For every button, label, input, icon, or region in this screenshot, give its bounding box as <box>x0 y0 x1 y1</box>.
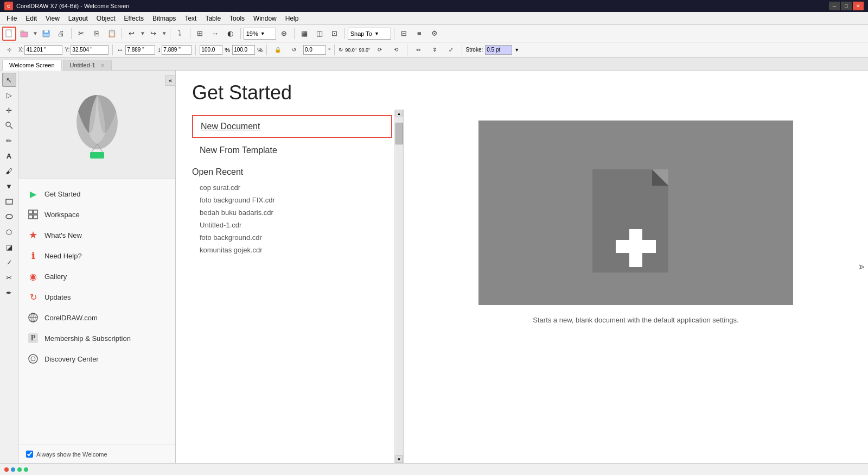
view-btn3[interactable]: ⊡ <box>328 27 342 41</box>
svg-rect-28 <box>616 240 656 253</box>
view-btn1[interactable]: ▦ <box>297 27 311 41</box>
nav-get-started[interactable]: ▶ Get Started <box>18 183 175 204</box>
menu-edit[interactable]: Edit <box>21 14 41 23</box>
menu-window[interactable]: Window <box>249 14 281 23</box>
select-tool-button[interactable]: ↖ <box>2 73 16 87</box>
new-button[interactable] <box>2 27 16 41</box>
pen-tool-button[interactable]: ✒ <box>2 286 16 300</box>
rotate-ccw-button[interactable]: ⟲ <box>389 43 403 57</box>
collapse-button[interactable]: « <box>165 75 176 86</box>
height-input[interactable] <box>162 45 192 55</box>
mirror-button[interactable]: ⤢ <box>444 43 458 57</box>
scroll-down-button[interactable]: ▼ <box>395 455 403 463</box>
fill-tool-button[interactable]: ▼ <box>2 179 16 193</box>
transform-tool-button[interactable]: ✛ <box>2 103 16 117</box>
paste-button[interactable]: 📋 <box>105 27 119 41</box>
nav-whats-new[interactable]: ★ What's New <box>18 225 175 245</box>
align-button[interactable]: ⊞ <box>193 27 207 41</box>
maximize-button[interactable]: □ <box>841 2 852 10</box>
zoom-full-button[interactable]: ⊕ <box>277 27 291 41</box>
svg-rect-5 <box>43 34 49 36</box>
stroke-input[interactable] <box>485 45 512 55</box>
menu-effects[interactable]: Effects <box>120 14 148 23</box>
options-button2[interactable]: ≡ <box>412 27 426 41</box>
nav-coreldraw-com[interactable]: CorelDRAW.com <box>18 307 175 328</box>
new-document-action[interactable]: New Document <box>192 115 392 138</box>
preview-description: Starts a new, blank document with the de… <box>533 316 738 324</box>
shaping-button[interactable]: ◐ <box>224 27 238 41</box>
svg-rect-8 <box>6 199 12 204</box>
menu-object[interactable]: Object <box>92 14 120 23</box>
nav-membership[interactable]: P Membership & Subscription <box>18 328 175 349</box>
snap-to-dropdown[interactable]: Snap To ▼ <box>348 28 391 40</box>
nav-gallery[interactable]: ◉ Gallery <box>18 266 175 287</box>
flip-h-button[interactable]: ⇔ <box>411 43 425 57</box>
y-input[interactable] <box>71 45 108 55</box>
paint-tool-button[interactable]: 🖌 <box>2 164 16 178</box>
recent-file-2[interactable]: foto background FIX.cdr <box>192 194 392 206</box>
options-button3[interactable]: ⚙ <box>427 27 442 41</box>
menu-view[interactable]: View <box>41 14 64 23</box>
always-show-checkbox[interactable] <box>26 451 33 458</box>
options-button1[interactable]: ⊟ <box>397 27 411 41</box>
nav-need-help[interactable]: ℹ Need Help? <box>18 245 175 266</box>
recent-file-1[interactable]: cop surat.cdr <box>192 181 392 194</box>
reset-button[interactable]: ↺ <box>287 43 301 57</box>
scale-w-input[interactable] <box>200 45 222 55</box>
cut-button[interactable]: ✂ <box>74 27 88 41</box>
menu-file[interactable]: File <box>2 14 21 23</box>
freehand-tool-button[interactable]: ✏ <box>2 134 16 148</box>
rectangle-tool-button[interactable] <box>2 194 16 208</box>
recent-file-6[interactable]: komunitas gojek.cdr <box>192 244 392 256</box>
recent-file-4[interactable]: Untitled-1.cdr <box>192 219 392 231</box>
text-tool-button[interactable]: A <box>2 149 16 163</box>
scroll-up-button[interactable]: ▲ <box>395 110 403 117</box>
ellipse-tool-button[interactable] <box>2 210 16 224</box>
scale-h-input[interactable] <box>232 45 255 55</box>
crop-tool-button[interactable]: ✂ <box>2 270 16 284</box>
x-input[interactable] <box>24 45 62 55</box>
nav-workspace[interactable]: Workspace <box>18 204 175 225</box>
save-button[interactable] <box>39 27 53 41</box>
flip-v-button[interactable]: ⇕ <box>427 43 442 57</box>
copy-button[interactable]: ⎘ <box>90 27 104 41</box>
menu-layout[interactable]: Layout <box>64 14 92 23</box>
minimize-button[interactable]: ─ <box>829 2 840 10</box>
sep5 <box>240 28 241 39</box>
close-button[interactable]: ✕ <box>853 2 864 10</box>
select-all-button[interactable]: ⊹ <box>2 43 16 57</box>
nav-updates[interactable]: ↻ Updates <box>18 287 175 307</box>
eyedropper-tool-button[interactable] <box>2 255 16 269</box>
polygon-tool-button[interactable]: ⬡ <box>2 225 16 239</box>
width-input[interactable] <box>125 45 155 55</box>
scroll-thumb[interactable] <box>395 123 403 144</box>
new-from-template-action[interactable]: New From Template <box>192 140 392 161</box>
transform-button[interactable]: ↔ <box>208 27 222 41</box>
recent-file-3[interactable]: bedah buku badaris.cdr <box>192 206 392 219</box>
tab-close-icon[interactable]: ✕ <box>100 62 105 68</box>
node-tool-button[interactable]: ▷ <box>2 88 16 102</box>
view-btn2[interactable]: ◫ <box>312 27 327 41</box>
zoom-dropdown[interactable]: 19% ▼ <box>244 28 276 40</box>
angle-input[interactable] <box>303 45 326 55</box>
recent-file-5[interactable]: foto background.cdr <box>192 231 392 244</box>
print-button[interactable]: 🖨 <box>54 27 68 41</box>
rotate-cw-button[interactable]: ⟳ <box>373 43 387 57</box>
nav-discovery[interactable]: Discovery Center <box>18 349 175 369</box>
redo-button[interactable]: ↪ <box>146 27 161 41</box>
menu-tools[interactable]: Tools <box>225 14 249 23</box>
import-button[interactable]: ⤵ <box>173 27 187 41</box>
menu-bitmaps[interactable]: Bitmaps <box>148 14 180 23</box>
menu-text[interactable]: Text <box>180 14 201 23</box>
shadow-tool-button[interactable]: ◪ <box>2 240 16 254</box>
lock-ratio-button[interactable]: 🔒 <box>271 43 285 57</box>
menu-help[interactable]: Help <box>281 14 303 23</box>
workspace-icon <box>27 208 39 220</box>
zoom-tool-button[interactable] <box>2 118 16 132</box>
tab-untitled1[interactable]: Untitled-1 ✕ <box>63 60 112 70</box>
open-button[interactable] <box>17 27 31 41</box>
sep4 <box>190 28 190 39</box>
tab-welcome-screen[interactable]: Welcome Screen <box>2 60 62 71</box>
undo-button[interactable]: ↩ <box>125 27 139 41</box>
menu-table[interactable]: Table <box>201 14 225 23</box>
